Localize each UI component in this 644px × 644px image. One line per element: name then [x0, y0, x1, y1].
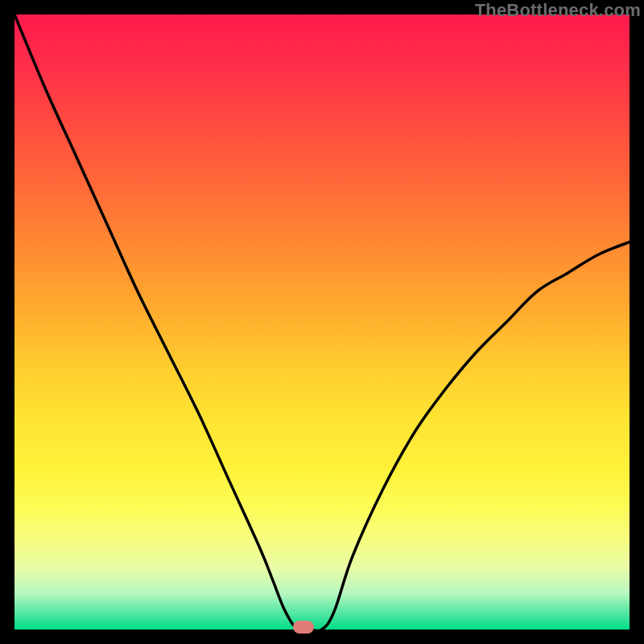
optimal-point-marker	[293, 621, 314, 634]
plot-area	[14, 14, 630, 630]
bottleneck-curve	[14, 14, 630, 630]
